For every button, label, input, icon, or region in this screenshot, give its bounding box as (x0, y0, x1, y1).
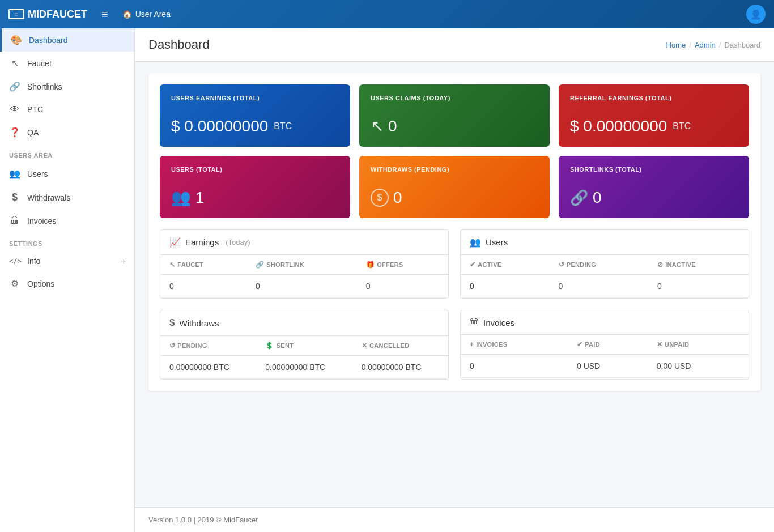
earnings-offers-value: 0 (357, 275, 448, 298)
users-section-icon: 👥 (470, 237, 481, 248)
sidebar-label-faucet: Faucet (27, 59, 52, 68)
invoices-section-card: 🏛 Invoices +INVOICES ✔PAID ✕UNPAID (460, 310, 749, 380)
breadcrumb-sep-2: / (719, 41, 721, 49)
users-section-title: Users (486, 237, 508, 247)
withdraws-col-cancelled: ✕CANCELLED (352, 336, 448, 356)
breadcrumb: Home / Admin / Dashboard (666, 41, 760, 49)
sidebar-label-dashboard: Dashboard (29, 36, 68, 45)
stat-card-users-claims: USERS CLAIMS (TODAY) ↖ 0 (359, 84, 550, 147)
content-area: Dashboard Home / Admin / Dashboard USERS… (135, 28, 774, 532)
users-col-inactive: ⊘INACTIVE (648, 255, 749, 275)
withdraws-section-card: $ Withdraws ↺PENDING 💲SENT ✕CANCELLED (160, 310, 449, 380)
user-area-label: User Area (135, 10, 171, 19)
sidebar-label-users: Users (27, 169, 48, 178)
dashboard-cards-container: USERS EARNINGS (TOTAL) $ 0.00000000 BTC … (148, 73, 760, 391)
stat-card-referral-earnings: REFERRAL EARNINGS (TOTAL) $ 0.00000000 B… (559, 84, 749, 147)
users-row: 0 0 0 (461, 275, 749, 298)
earnings-row: 0 0 0 (160, 275, 448, 298)
withdraws-amount: 0 (393, 189, 402, 207)
faucet-icon: ↖ (9, 58, 20, 69)
sidebar-item-withdrawals[interactable]: $ Withdrawals (0, 185, 134, 210)
stat-card-withdraws-label: WITHDRAWS (PENDING) (371, 166, 538, 173)
stat-card-shortlinks-value: 🔗 0 (570, 189, 738, 207)
earnings-section-suffix: (Today) (226, 238, 250, 246)
stat-card-shortlinks-label: SHORTLINKS (TOTAL) (570, 166, 738, 173)
invoices-col-paid: ✔PAID (568, 335, 648, 355)
sidebar-section-users-area: USERS AREA (0, 144, 134, 162)
earnings-chart-icon: 📈 (169, 237, 181, 248)
page-header: Dashboard Home / Admin / Dashboard (135, 28, 774, 62)
sidebar-item-qa[interactable]: ❓ QA (0, 121, 134, 144)
users-total-amount: 1 (195, 189, 205, 207)
breadcrumb-home[interactable]: Home (666, 41, 686, 49)
qa-icon: ❓ (9, 127, 20, 138)
sidebar-item-invoices[interactable]: 🏛 Invoices (0, 210, 134, 232)
users-section-header: 👥 Users (461, 230, 749, 255)
sidebar-item-users[interactable]: 👥 Users (0, 162, 134, 185)
breadcrumb-admin[interactable]: Admin (695, 41, 716, 49)
users-icon: 👥 (9, 168, 20, 179)
users-table: ✔ACTIVE ↺PENDING ⊘INACTIVE 0 0 0 (461, 255, 749, 298)
shortlinks-icon: 🔗 (9, 81, 20, 92)
invoices-col-unpaid: ✕UNPAID (648, 335, 749, 355)
stat-card-users-earnings-value: $ 0.00000000 BTC (171, 117, 339, 135)
sidebar-label-shortlinks: Shortlinks (27, 82, 62, 91)
sidebar: 🎨 Dashboard ↖ Faucet 🔗 Shortlinks 👁 PTC … (0, 28, 135, 532)
earnings-section-header: 📈 Earnings (Today) (160, 230, 448, 255)
stat-cards-bottom-row: USERS (TOTAL) 👥 1 WITHDRAWS (PENDING) $ … (160, 156, 749, 218)
withdraws-section-header: $ Withdraws (160, 310, 448, 336)
dashboard-icon: 🎨 (11, 35, 22, 45)
sidebar-section-settings: SETTINGS (0, 232, 134, 250)
sidebar-item-ptc[interactable]: 👁 PTC (0, 98, 134, 121)
users-inactive-value: 0 (648, 275, 749, 298)
withdraws-cancelled-value: 0.00000000 BTC (352, 356, 448, 379)
stat-card-referral-earnings-value: $ 0.00000000 BTC (570, 117, 738, 135)
breadcrumb-current: Dashboard (724, 41, 760, 49)
user-avatar-button[interactable]: 👤 (746, 5, 766, 24)
sidebar-label-options: Options (27, 279, 54, 288)
avatar-icon: 👤 (750, 9, 762, 20)
invoices-paid-value: 0 USD (568, 355, 648, 378)
withdraws-sent-value: 0.00000000 BTC (256, 356, 352, 379)
brand-logo: □ MIDFAUCET (8, 8, 87, 20)
menu-toggle-button[interactable]: ≡ (99, 5, 111, 24)
users-col-active: ✔ACTIVE (461, 255, 550, 275)
invoices-icon: 🏛 (9, 216, 20, 226)
sidebar-item-dashboard[interactable]: 🎨 Dashboard (0, 28, 134, 52)
sidebar-item-info[interactable]: </> Info + (0, 250, 134, 272)
cursor-icon: ↖ (371, 117, 384, 135)
dollar-circle-icon: $ (371, 189, 389, 207)
users-col-pending: ↺PENDING (550, 255, 648, 275)
withdrawals-icon: $ (9, 191, 20, 203)
footer-text: Version 1.0.0 | 2019 © MidFaucet (148, 516, 258, 524)
info-plus-icon[interactable]: + (121, 256, 126, 266)
earnings-section-card: 📈 Earnings (Today) ↖FAUCET 🔗SHORTLINK 🎁O… (160, 229, 449, 299)
earnings-table: ↖FAUCET 🔗SHORTLINK 🎁OFFERS 0 0 0 (160, 255, 448, 298)
sidebar-item-faucet[interactable]: ↖ Faucet (0, 52, 134, 75)
brand-name: MIDFAUCET (28, 8, 87, 20)
sidebar-item-options[interactable]: ⚙ Options (0, 272, 134, 295)
footer: Version 1.0.0 | 2019 © MidFaucet (135, 507, 774, 532)
sidebar-label-qa: QA (27, 128, 39, 137)
main-content: USERS EARNINGS (TOTAL) $ 0.00000000 BTC … (135, 62, 774, 507)
stat-card-users-earnings: USERS EARNINGS (TOTAL) $ 0.00000000 BTC (160, 84, 350, 147)
page-title: Dashboard (148, 37, 210, 52)
link-icon: 🔗 (570, 189, 588, 207)
dashboard-sections: 📈 Earnings (Today) ↖FAUCET 🔗SHORTLINK 🎁O… (160, 229, 749, 380)
stat-card-users-total: USERS (TOTAL) 👥 1 (160, 156, 350, 218)
earnings-faucet-value: 0 (160, 275, 246, 298)
sidebar-item-shortlinks[interactable]: 🔗 Shortlinks (0, 75, 134, 98)
navbar: □ MIDFAUCET ≡ 🏠 User Area 👤 (0, 0, 774, 28)
sidebar-label-ptc: PTC (27, 105, 43, 114)
withdraws-row: 0.00000000 BTC 0.00000000 BTC 0.00000000… (160, 356, 448, 379)
invoices-count-value: 0 (461, 355, 568, 378)
stat-card-users-claims-value: ↖ 0 (371, 117, 538, 135)
sidebar-label-info: Info (27, 257, 40, 266)
stat-card-users-total-value: 👥 1 (171, 188, 339, 207)
user-area-link[interactable]: 🏠 User Area (122, 10, 171, 19)
invoices-col-invoices: +INVOICES (461, 335, 568, 355)
users-active-value: 0 (461, 275, 550, 298)
ptc-icon: 👁 (9, 104, 20, 114)
users-earnings-btc: BTC (274, 121, 292, 131)
invoices-section-icon: 🏛 (470, 317, 479, 327)
